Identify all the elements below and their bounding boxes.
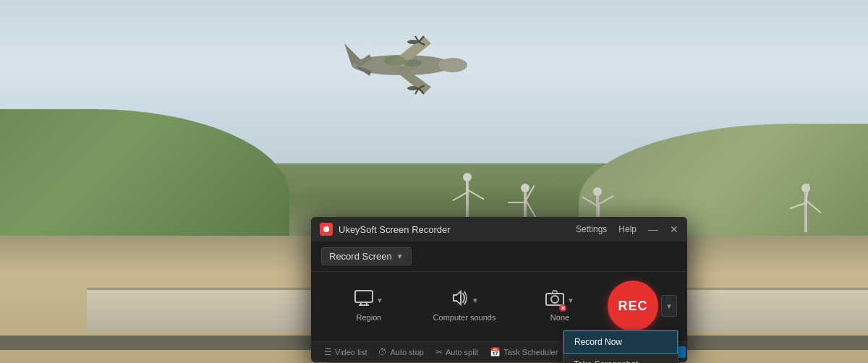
region-control[interactable]: ▼ Region xyxy=(321,290,417,322)
none-control[interactable]: ✕ ▼ None xyxy=(512,290,608,322)
svg-point-4 xyxy=(399,66,413,72)
camera-icon: ✕ xyxy=(545,290,564,310)
task-scheduler-item[interactable]: 📅 Task Scheduler xyxy=(484,347,563,357)
mode-label: Record Screen xyxy=(329,251,392,262)
region-label: Region xyxy=(357,313,382,322)
sounds-label: Computer sounds xyxy=(433,313,496,322)
record-now-label: Record Now xyxy=(574,337,622,347)
rec-area: REC ▼ Record Now Take Screenshot Countdo… xyxy=(608,281,677,331)
svg-point-18 xyxy=(551,296,558,303)
task-scheduler-icon: 📅 xyxy=(490,347,501,357)
title-bar: UkeySoft Screen Recorder Settings Help —… xyxy=(311,217,687,242)
computer-sounds-control[interactable]: ▼ Computer sounds xyxy=(417,290,512,322)
title-left: UkeySoft Screen Recorder xyxy=(320,223,451,236)
sounds-dropdown-icon: ▼ xyxy=(472,296,479,304)
take-screenshot-label: Take Screenshot xyxy=(574,359,638,363)
take-screenshot-item[interactable]: Take Screenshot xyxy=(563,354,678,363)
speaker-icon xyxy=(450,290,469,310)
none-icon-row: ✕ ▼ xyxy=(545,290,574,310)
minimize-button[interactable]: — xyxy=(648,224,658,234)
camera-x-icon: ✕ xyxy=(559,304,566,312)
region-dropdown-icon: ▼ xyxy=(376,296,383,304)
auto-stop-item[interactable]: ⏱ Auto stop xyxy=(373,347,429,357)
none-label: None xyxy=(550,313,569,322)
rec-button[interactable]: REC xyxy=(608,281,658,331)
app-icon-inner xyxy=(323,226,329,232)
mode-dropdown[interactable]: Record Screen ▼ xyxy=(321,247,412,265)
monitor-icon xyxy=(354,290,373,310)
hill-left xyxy=(0,109,289,254)
app-title: UkeySoft Screen Recorder xyxy=(339,224,451,235)
turbine-4 xyxy=(801,184,810,232)
video-list-icon: ☰ xyxy=(324,347,332,357)
rec-dropdown-menu: Record Now Take Screenshot Countdown Rec… xyxy=(563,330,678,363)
video-list-item[interactable]: ☰ Video list xyxy=(318,347,373,357)
rec-dropdown-button[interactable]: ▼ xyxy=(661,295,677,317)
close-button[interactable]: ✕ xyxy=(670,224,678,234)
auto-split-item[interactable]: ✂ Auto split xyxy=(430,347,484,357)
auto-stop-label: Auto stop xyxy=(390,348,423,356)
sounds-icon-row: ▼ xyxy=(450,290,479,310)
auto-stop-icon: ⏱ xyxy=(378,347,387,357)
settings-menu[interactable]: Settings xyxy=(576,224,607,234)
record-now-item[interactable]: Record Now xyxy=(563,330,678,354)
svg-point-1 xyxy=(438,58,467,72)
region-icon-row: ▼ xyxy=(354,290,383,310)
svg-rect-13 xyxy=(355,291,373,302)
airplane xyxy=(330,29,475,104)
video-list-label: Video list xyxy=(335,348,367,356)
title-controls: Settings Help — ✕ xyxy=(576,224,678,234)
controls-row: ▼ Region ▼ Computer sounds xyxy=(311,272,687,341)
none-dropdown-icon: ▼ xyxy=(567,296,574,304)
app-window: UkeySoft Screen Recorder Settings Help —… xyxy=(311,217,687,362)
auto-split-label: Auto split xyxy=(446,348,478,356)
mode-bar: Record Screen ▼ xyxy=(311,242,687,272)
auto-split-icon: ✂ xyxy=(435,347,443,357)
help-menu[interactable]: Help xyxy=(618,224,637,234)
mode-arrow-icon: ▼ xyxy=(396,252,404,260)
rec-label: REC xyxy=(618,299,647,314)
task-scheduler-label: Task Scheduler xyxy=(503,348,558,356)
svg-point-3 xyxy=(404,59,422,67)
app-icon xyxy=(320,223,333,236)
svg-point-2 xyxy=(384,56,406,66)
